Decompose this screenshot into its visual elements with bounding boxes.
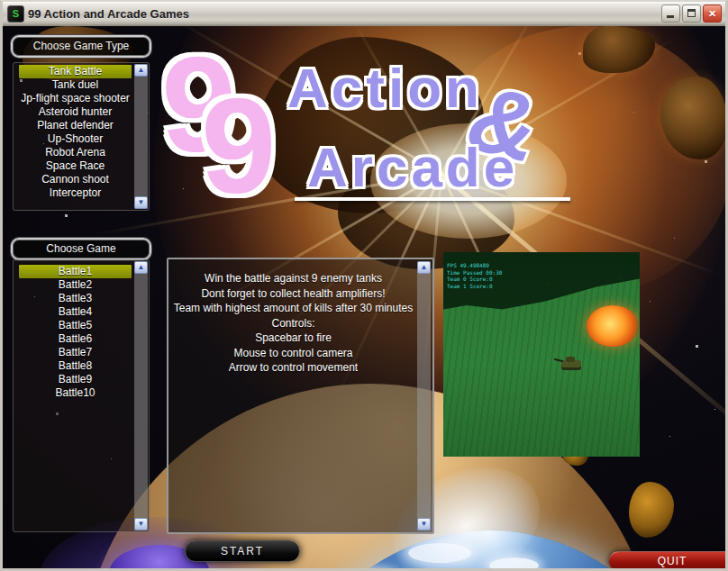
- minimize-icon: [667, 15, 674, 18]
- logo-arcade: Arcade: [307, 140, 518, 195]
- description-line: Team with highest amount of kills after …: [172, 301, 414, 316]
- game-header: Choose Game: [11, 238, 151, 260]
- minimize-button[interactable]: [661, 5, 680, 23]
- game-item[interactable]: Battle4: [19, 305, 132, 319]
- logo-nine-right: 9: [201, 78, 276, 213]
- game-type-item[interactable]: Interceptor: [19, 186, 132, 200]
- game-type-listbox: Tank BattleTank duelJp-flight space shoo…: [13, 62, 150, 211]
- preview-tank: [561, 360, 581, 370]
- quit-button[interactable]: QUIT: [609, 551, 725, 569]
- scroll-down-icon[interactable]: ▼: [134, 196, 148, 209]
- maximize-icon: [687, 9, 696, 17]
- main-area: 9 9 Action & Arcade Choose Game Type Tan…: [3, 26, 725, 569]
- game-preview-image: FPS 49.498489Time Passed 00:30Team 0 Sco…: [443, 252, 640, 457]
- start-button[interactable]: START: [185, 540, 300, 562]
- stars-decoration: [3, 26, 4, 27]
- game-type-item[interactable]: Tank duel: [19, 78, 132, 92]
- description-line: Mouse to control camera: [172, 346, 414, 361]
- game-item[interactable]: Battle3: [19, 292, 132, 305]
- game-type-item[interactable]: Space Race: [19, 159, 132, 173]
- game-type-item[interactable]: Planet defender: [19, 119, 132, 132]
- scroll-down-icon[interactable]: ▼: [134, 518, 148, 530]
- game-type-item[interactable]: Tank Battle: [19, 65, 132, 78]
- game-item[interactable]: Battle10: [19, 386, 132, 400]
- hud-line: Team 1 Score:0: [447, 283, 502, 290]
- game-type-item[interactable]: Up-Shooter: [19, 132, 132, 146]
- hud-line: FPS 49.498489: [447, 262, 502, 269]
- asteroid: [629, 482, 674, 538]
- scroll-down-icon[interactable]: ▼: [417, 518, 431, 530]
- game-items: Battle1Battle2Battle3Battle4Battle5Battl…: [19, 265, 132, 400]
- game-type-item[interactable]: Asteroid hunter: [19, 105, 132, 119]
- window-controls: ✕: [661, 5, 722, 23]
- game-type-items: Tank BattleTank duelJp-flight space shoo…: [19, 65, 132, 200]
- game-type-item[interactable]: Jp-flight space shooter: [19, 92, 132, 105]
- scroll-up-icon[interactable]: ▲: [134, 261, 148, 274]
- app-icon: S: [7, 5, 24, 23]
- hud-line: Team 0 Score:0: [447, 276, 502, 283]
- hud-line: Time Passed 00:30: [447, 269, 502, 276]
- game-scrollbar[interactable]: ▲ ▼: [134, 261, 148, 530]
- description-line: Controls:: [172, 316, 414, 331]
- game-type-header: Choose Game Type: [11, 35, 151, 58]
- description-scrollbar[interactable]: ▲ ▼: [417, 261, 431, 530]
- title-bar[interactable]: S 99 Action and Arcade Games ✕: [3, 2, 725, 26]
- maximize-button[interactable]: [682, 5, 701, 23]
- description-text: Win the battle against 9 enemy tanksDont…: [172, 271, 414, 376]
- app-window: S 99 Action and Arcade Games ✕: [0, 0, 728, 571]
- game-type-item[interactable]: Cannon shoot: [19, 173, 132, 186]
- scroll-up-icon[interactable]: ▲: [134, 64, 148, 77]
- game-item[interactable]: Battle2: [19, 278, 132, 292]
- preview-explosion: [587, 305, 639, 347]
- description-line: Arrow to control movement: [172, 360, 414, 376]
- game-item[interactable]: Battle7: [19, 346, 132, 359]
- game-item[interactable]: Battle6: [19, 332, 132, 346]
- game-listbox: Battle1Battle2Battle3Battle4Battle5Battl…: [13, 259, 150, 532]
- scroll-up-icon[interactable]: ▲: [417, 261, 431, 274]
- game-item[interactable]: Battle1: [19, 265, 132, 278]
- window-title: 99 Action and Arcade Games: [28, 7, 661, 21]
- game-item[interactable]: Battle9: [19, 373, 132, 386]
- description-panel: Win the battle against 9 enemy tanksDont…: [167, 258, 434, 534]
- game-item[interactable]: Battle5: [19, 319, 132, 332]
- description-line: Spacebar to fire: [172, 331, 414, 346]
- logo-action: Action: [287, 60, 483, 116]
- logo-underline: [295, 197, 570, 201]
- game-type-scrollbar[interactable]: ▲ ▼: [134, 64, 148, 209]
- description-line: Dont forget to collect health amplifiers…: [172, 286, 414, 302]
- description-line: Win the battle against 9 enemy tanks: [172, 271, 414, 286]
- preview-hud: FPS 49.498489Time Passed 00:30Team 0 Sco…: [447, 262, 502, 289]
- close-button[interactable]: ✕: [703, 5, 722, 23]
- game-item[interactable]: Battle8: [19, 359, 132, 373]
- game-type-item[interactable]: Robot Arena: [19, 146, 132, 159]
